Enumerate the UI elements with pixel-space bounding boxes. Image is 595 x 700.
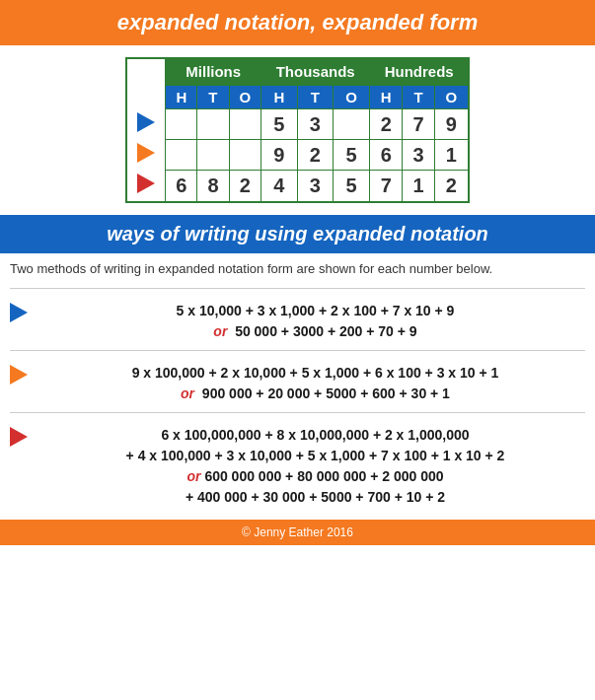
cell: 2 xyxy=(370,109,403,140)
or-word: or xyxy=(181,385,194,401)
cell xyxy=(197,109,229,140)
expr-line-1: 5 x 10,000 + 3 x 1,000 + 2 x 100 + 7 x 1… xyxy=(45,301,585,321)
cell: 9 xyxy=(261,140,297,171)
expr-line-3a: 6 x 100,000,000 + 8 x 10,000,000 + 2 x 1… xyxy=(45,425,585,446)
table-row: 9 2 5 6 3 1 xyxy=(126,140,468,171)
expr-line-3c: + 400 000 + 30 000 + 5000 + 700 + 10 + 2 xyxy=(45,487,585,508)
expr-line-3b: + 4 x 100,000 + 3 x 10,000 + 5 x 1,000 +… xyxy=(45,446,585,466)
table-section: Millions Thousands Hundreds H T O H T O … xyxy=(0,45,595,215)
arrow-orange-icon xyxy=(137,143,155,163)
cell xyxy=(334,109,370,140)
cell xyxy=(229,140,261,171)
expressions-3: 6 x 100,000,000 + 8 x 10,000,000 + 2 x 1… xyxy=(45,425,585,508)
arrow-col xyxy=(10,363,45,387)
cell xyxy=(229,109,261,140)
number-block-3: 6 x 100,000,000 + 8 x 10,000,000 + 2 x 1… xyxy=(0,417,595,512)
expr-line-2: 9 x 100,000 + 2 x 10,000 + 5 x 1,000 + 6… xyxy=(45,363,585,384)
group-thousands: Thousands xyxy=(261,58,370,85)
divider xyxy=(10,288,585,289)
number-block-1: 5 x 10,000 + 3 x 1,000 + 2 x 100 + 7 x 1… xyxy=(0,293,595,346)
col-h1: H xyxy=(166,85,197,109)
cell: 8 xyxy=(197,171,229,202)
cell: 1 xyxy=(403,171,435,202)
page-title: expanded notation, expanded form xyxy=(0,0,595,45)
divider xyxy=(10,412,585,413)
cell: 2 xyxy=(435,171,469,202)
col-o1: O xyxy=(229,85,261,109)
arrow-red-icon xyxy=(10,427,28,447)
ways-intro: Two methods of writing in expanded notat… xyxy=(0,253,595,284)
arrow-blue-icon xyxy=(10,303,28,322)
col-h3: H xyxy=(370,85,403,109)
arrow-blue-icon xyxy=(137,112,155,132)
table-row: 6 8 2 4 3 5 7 1 2 xyxy=(126,171,468,202)
number-block-2: 9 x 100,000 + 2 x 10,000 + 5 x 1,000 + 6… xyxy=(0,355,595,408)
cell: 6 xyxy=(166,171,197,202)
group-millions: Millions xyxy=(166,58,261,85)
expressions-1: 5 x 10,000 + 3 x 1,000 + 2 x 100 + 7 x 1… xyxy=(45,301,585,342)
col-o2: O xyxy=(334,85,370,109)
expressions-2: 9 x 100,000 + 2 x 10,000 + 5 x 1,000 + 6… xyxy=(45,363,585,404)
cell: 2 xyxy=(297,140,333,171)
arrow-orange-icon xyxy=(10,365,28,385)
cell xyxy=(166,109,197,140)
cell: 7 xyxy=(370,171,403,202)
col-t3: T xyxy=(403,85,435,109)
col-t1: T xyxy=(197,85,229,109)
cell: 3 xyxy=(297,109,333,140)
table-row: 5 3 2 7 9 xyxy=(126,109,468,140)
or-word: or xyxy=(213,323,227,339)
arrow-red-icon xyxy=(137,174,155,193)
arrow-col xyxy=(10,425,45,450)
cell: 5 xyxy=(261,109,297,140)
expr-alt-2: 900 000 + 20 000 + 5000 + 600 + 30 + 1 xyxy=(202,385,450,401)
col-o3: O xyxy=(435,85,469,109)
group-hundreds: Hundreds xyxy=(370,58,469,85)
footer: © Jenny Eather 2016 xyxy=(0,520,595,545)
or-word: or xyxy=(186,468,200,484)
cell: 6 xyxy=(370,140,403,171)
cell: 7 xyxy=(403,109,435,140)
cell xyxy=(166,140,197,171)
place-value-table: Millions Thousands Hundreds H T O H T O … xyxy=(125,57,469,203)
divider xyxy=(10,350,585,351)
expr-or-line-3: or 600 000 000 + 80 000 000 + 2 000 000 xyxy=(45,466,585,487)
cell: 3 xyxy=(403,140,435,171)
cell: 5 xyxy=(334,171,370,202)
ways-header: ways of writing using expanded notation xyxy=(0,215,595,253)
cell: 3 xyxy=(297,171,333,202)
cell: 4 xyxy=(261,171,297,202)
cell: 1 xyxy=(435,140,469,171)
col-t2: T xyxy=(297,85,333,109)
expr-or-line-2: or 900 000 + 20 000 + 5000 + 600 + 30 + … xyxy=(45,384,585,404)
cell: 2 xyxy=(229,171,261,202)
expr-alt-1: 50 000 + 3000 + 200 + 70 + 9 xyxy=(235,323,417,339)
expr-alt-3a: 600 000 000 + 80 000 000 + 2 000 000 xyxy=(204,468,443,484)
cell: 5 xyxy=(334,140,370,171)
cell: 9 xyxy=(435,109,469,140)
col-h2: H xyxy=(261,85,297,109)
expr-or-line-1: or 50 000 + 3000 + 200 + 70 + 9 xyxy=(45,321,585,342)
cell xyxy=(197,140,229,171)
arrow-col xyxy=(10,301,45,325)
